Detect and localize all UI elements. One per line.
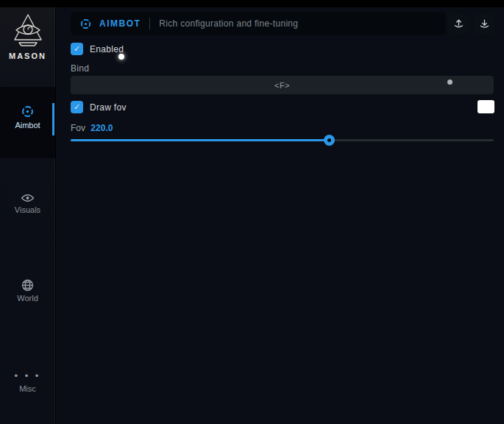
fov-value: 220.0 bbox=[90, 123, 113, 133]
crosshair-icon bbox=[0, 105, 55, 119]
particle-dot bbox=[447, 80, 452, 85]
page-header: AIMBOT Rich configuration and fine-tunin… bbox=[71, 12, 446, 35]
draw-fov-color-swatch[interactable] bbox=[478, 100, 494, 113]
enabled-checkbox[interactable]: ✓ bbox=[71, 43, 83, 55]
sidebar-item-aimbot[interactable]: Aimbot bbox=[0, 105, 55, 130]
brand-logo: MASON bbox=[0, 12, 55, 60]
upload-icon bbox=[453, 18, 464, 29]
main-pane: AIMBOT Rich configuration and fine-tunin… bbox=[56, 7, 504, 424]
draw-fov-label: Draw fov bbox=[90, 102, 127, 113]
download-icon bbox=[479, 18, 490, 29]
crosshair-icon bbox=[79, 18, 92, 30]
enabled-label: Enabled bbox=[90, 44, 124, 54]
eye-triangle-logo-icon bbox=[0, 12, 55, 50]
ellipsis-icon: • • • bbox=[15, 370, 41, 381]
fov-slider[interactable] bbox=[71, 139, 494, 141]
cursor-dot bbox=[118, 54, 124, 60]
import-config-button[interactable] bbox=[474, 13, 494, 34]
sidebar-item-label: Misc bbox=[0, 384, 55, 393]
sidebar-item-visuals[interactable]: Visuals bbox=[0, 193, 55, 214]
header-divider bbox=[149, 18, 150, 29]
fov-slider-fill bbox=[71, 139, 329, 141]
sidebar-item-label: World bbox=[0, 294, 55, 303]
eye-icon bbox=[0, 193, 55, 203]
bind-key-value: <F> bbox=[274, 81, 290, 90]
sidebar-item-label: Aimbot bbox=[0, 121, 55, 130]
check-icon: ✓ bbox=[74, 103, 80, 111]
bind-key-selector[interactable]: <F> bbox=[71, 76, 494, 94]
globe-icon bbox=[0, 279, 55, 292]
sidebar-item-world[interactable]: World bbox=[0, 279, 55, 303]
draw-fov-checkbox[interactable]: ✓ bbox=[71, 101, 83, 113]
sidebar: MASON Aimbot Visuals bbox=[0, 7, 55, 424]
sidebar-item-label: Visuals bbox=[0, 205, 55, 214]
sidebar-item-misc[interactable]: • • • Misc bbox=[0, 369, 55, 393]
page-subtitle: Rich configuration and fine-tuning bbox=[159, 18, 298, 29]
brand-name: MASON bbox=[0, 52, 55, 60]
page-title: AIMBOT bbox=[99, 18, 141, 29]
bind-label: Bind bbox=[71, 63, 89, 74]
check-icon: ✓ bbox=[74, 45, 80, 53]
export-config-button[interactable] bbox=[448, 13, 469, 34]
fov-slider-handle[interactable] bbox=[324, 135, 335, 146]
fov-label: Fov bbox=[71, 123, 85, 133]
fov-label-row: Fov 220.0 bbox=[71, 123, 113, 133]
mason-menu-window: MASON Aimbot Visuals bbox=[0, 0, 504, 424]
